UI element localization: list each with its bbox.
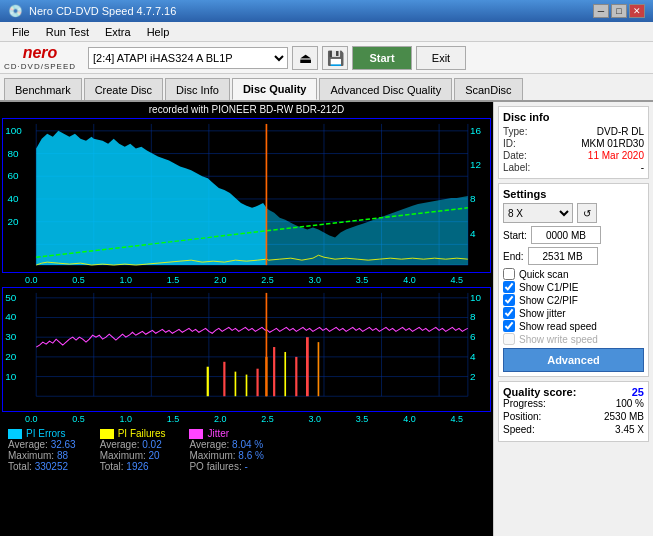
legend-jitter: Jitter Average: 8.04 % Maximum: 8.6 % PO… bbox=[189, 428, 263, 472]
legend-pi-errors: PI Errors Average: 32.63 Maximum: 88 Tot… bbox=[8, 428, 76, 472]
toolbar: nero CD·DVD/SPEED [2:4] ATAPI iHAS324 A … bbox=[0, 42, 653, 74]
jitter-po: - bbox=[244, 461, 247, 472]
settings-title: Settings bbox=[503, 188, 644, 200]
title-bar-left: 💿 Nero CD-DVD Speed 4.7.7.16 bbox=[8, 4, 176, 18]
chart-title: recorded with PIONEER BD-RW BDR-212D bbox=[0, 102, 493, 117]
jitter-label: Jitter bbox=[207, 428, 229, 439]
pi-failures-total: 1926 bbox=[126, 461, 148, 472]
tab-disc-info[interactable]: Disc Info bbox=[165, 78, 230, 100]
svg-text:100: 100 bbox=[5, 125, 22, 135]
pi-failures-label: PI Failures bbox=[118, 428, 166, 439]
svg-text:6: 6 bbox=[470, 332, 476, 342]
show-jitter-checkbox[interactable] bbox=[503, 307, 515, 319]
legend-pi-failures: PI Failures Average: 0.02 Maximum: 20 To… bbox=[100, 428, 166, 472]
pi-failures-max: 20 bbox=[149, 450, 160, 461]
tab-benchmark[interactable]: Benchmark bbox=[4, 78, 82, 100]
disc-label: - bbox=[641, 162, 644, 173]
svg-text:2: 2 bbox=[470, 371, 476, 381]
jitter-color bbox=[189, 429, 203, 439]
position-value: 2530 MB bbox=[604, 411, 644, 422]
top-chart: 100 80 60 40 20 16 12 8 4 bbox=[2, 118, 491, 273]
svg-text:4: 4 bbox=[470, 229, 476, 239]
disc-info-title: Disc info bbox=[503, 111, 644, 123]
disc-info-section: Disc info Type: DVD-R DL ID: MKM 01RD30 … bbox=[498, 106, 649, 179]
title-bar-controls: ─ □ ✕ bbox=[593, 4, 645, 18]
quick-scan-checkbox[interactable] bbox=[503, 268, 515, 280]
menu-help[interactable]: Help bbox=[139, 24, 178, 40]
speed-select[interactable]: 8 X bbox=[503, 203, 573, 223]
save-button[interactable]: 💾 bbox=[322, 46, 348, 70]
app-icon: 💿 bbox=[8, 4, 23, 18]
eject-button[interactable]: ⏏ bbox=[292, 46, 318, 70]
logo-sub: CD·DVD/SPEED bbox=[4, 62, 76, 71]
svg-text:60: 60 bbox=[7, 171, 18, 181]
pi-errors-max: 88 bbox=[57, 450, 68, 461]
svg-text:8: 8 bbox=[470, 312, 476, 322]
minimize-button[interactable]: ─ bbox=[593, 4, 609, 18]
progress-value: 100 % bbox=[616, 398, 644, 409]
refresh-button[interactable]: ↺ bbox=[577, 203, 597, 223]
tab-disc-quality[interactable]: Disc Quality bbox=[232, 78, 318, 100]
tab-bar: Benchmark Create Disc Disc Info Disc Qua… bbox=[0, 74, 653, 102]
svg-text:8: 8 bbox=[470, 193, 476, 203]
menu-bar: File Run Test Extra Help bbox=[0, 22, 653, 42]
menu-extra[interactable]: Extra bbox=[97, 24, 139, 40]
svg-text:40: 40 bbox=[7, 193, 18, 203]
pi-errors-avg: 32.63 bbox=[51, 439, 76, 450]
drive-select[interactable]: [2:4] ATAPI iHAS324 A BL1P bbox=[88, 47, 288, 69]
pi-errors-label: PI Errors bbox=[26, 428, 65, 439]
jitter-max: 8.6 % bbox=[238, 450, 264, 461]
bottom-x-axis: 0.0 0.5 1.0 1.5 2.0 2.5 3.0 3.5 4.0 4.5 bbox=[0, 413, 493, 425]
svg-text:4: 4 bbox=[470, 351, 476, 361]
svg-text:16: 16 bbox=[470, 125, 481, 135]
top-x-axis: 0.0 0.5 1.0 1.5 2.0 2.5 3.0 3.5 4.0 4.5 bbox=[0, 274, 493, 286]
disc-type: DVD-R DL bbox=[597, 126, 644, 137]
end-input[interactable] bbox=[528, 247, 598, 265]
disc-id: MKM 01RD30 bbox=[581, 138, 644, 149]
pi-failures-color bbox=[100, 429, 114, 439]
tab-create-disc[interactable]: Create Disc bbox=[84, 78, 163, 100]
top-chart-svg: 100 80 60 40 20 16 12 8 4 bbox=[3, 119, 490, 272]
menu-file[interactable]: File bbox=[4, 24, 38, 40]
svg-marker-17 bbox=[266, 196, 467, 265]
svg-text:80: 80 bbox=[7, 148, 18, 158]
bottom-chart: 50 40 30 20 10 10 8 6 4 2 bbox=[2, 287, 491, 412]
svg-text:20: 20 bbox=[5, 351, 16, 361]
legend-area: PI Errors Average: 32.63 Maximum: 88 Tot… bbox=[0, 425, 493, 475]
tab-scan-disc[interactable]: ScanDisc bbox=[454, 78, 522, 100]
svg-text:40: 40 bbox=[5, 312, 16, 322]
svg-text:10: 10 bbox=[5, 371, 16, 381]
show-read-speed-checkbox[interactable] bbox=[503, 320, 515, 332]
logo-area: nero CD·DVD/SPEED bbox=[4, 44, 76, 71]
svg-text:10: 10 bbox=[470, 292, 481, 302]
right-panel: Disc info Type: DVD-R DL ID: MKM 01RD30 … bbox=[493, 102, 653, 536]
pi-failures-avg: 0.02 bbox=[142, 439, 161, 450]
close-button[interactable]: ✕ bbox=[629, 4, 645, 18]
start-button[interactable]: Start bbox=[352, 46, 412, 70]
svg-text:50: 50 bbox=[5, 292, 16, 302]
nero-logo: nero bbox=[23, 44, 58, 62]
advanced-button[interactable]: Advanced bbox=[503, 348, 644, 372]
quality-score-value: 25 bbox=[632, 386, 644, 398]
app-title: Nero CD-DVD Speed 4.7.7.16 bbox=[29, 5, 176, 17]
tab-advanced-disc-quality[interactable]: Advanced Disc Quality bbox=[319, 78, 452, 100]
jitter-avg: 8.04 % bbox=[232, 439, 263, 450]
start-input[interactable] bbox=[531, 226, 601, 244]
menu-run-test[interactable]: Run Test bbox=[38, 24, 97, 40]
show-c1pie-checkbox[interactable] bbox=[503, 281, 515, 293]
quality-score-label: Quality score: bbox=[503, 386, 576, 398]
main-content: recorded with PIONEER BD-RW BDR-212D bbox=[0, 102, 653, 536]
chart-wrapper: recorded with PIONEER BD-RW BDR-212D bbox=[0, 102, 493, 536]
title-bar: 💿 Nero CD-DVD Speed 4.7.7.16 ─ □ ✕ bbox=[0, 0, 653, 22]
svg-text:20: 20 bbox=[7, 216, 18, 226]
pi-errors-total: 330252 bbox=[35, 461, 68, 472]
show-c2pif-checkbox[interactable] bbox=[503, 294, 515, 306]
show-write-speed-checkbox bbox=[503, 333, 515, 345]
pi-errors-color bbox=[8, 429, 22, 439]
disc-date: 11 Mar 2020 bbox=[588, 150, 644, 161]
exit-button[interactable]: Exit bbox=[416, 46, 466, 70]
maximize-button[interactable]: □ bbox=[611, 4, 627, 18]
speed-value: 3.45 X bbox=[615, 424, 644, 435]
settings-section: Settings 8 X ↺ Start: End: Quick scan bbox=[498, 183, 649, 377]
svg-text:30: 30 bbox=[5, 332, 16, 342]
